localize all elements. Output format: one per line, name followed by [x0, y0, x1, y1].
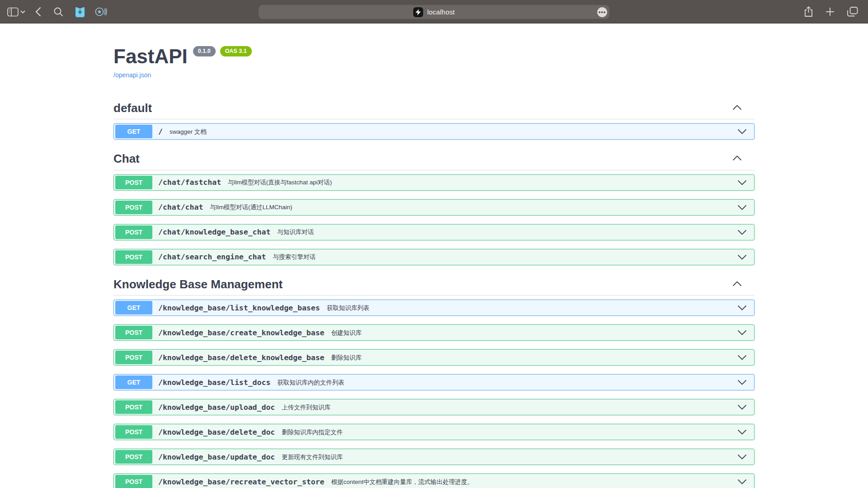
operation-description: 与llm模型对话(直接与fastchat api对话): [228, 178, 332, 187]
ellipsis-more-icon[interactable]: •••: [597, 7, 607, 17]
operation-row[interactable]: POST /chat/chat 与llm模型对话(通过LLMChain): [113, 199, 755, 216]
new-tab-plus-icon[interactable]: [826, 7, 835, 16]
operation-description: 与llm模型对话(通过LLMChain): [210, 203, 292, 211]
operation-path: /knowledge_base/list_knowledge_bases: [158, 304, 320, 312]
chevron-down-icon[interactable]: [737, 205, 747, 210]
operation-row[interactable]: POST /knowledge_base/update_doc 更新现有文件到知…: [113, 449, 755, 465]
operation-row[interactable]: POST /knowledge_base/create_knowledge_ba…: [113, 324, 755, 341]
swagger-ui-page: FastAPI 0.1.0 OAS 3.1 /openapi.json defa…: [0, 23, 868, 488]
operation-path: /knowledge_base/recreate_vector_store: [158, 478, 325, 486]
operation-path: /: [158, 127, 163, 136]
operation-description: 与知识库对话: [277, 228, 314, 236]
chevron-down-icon[interactable]: [20, 10, 25, 14]
api-info: FastAPI 0.1.0 OAS 3.1 /openapi.json: [113, 23, 755, 79]
section-title: default: [113, 101, 152, 116]
chevron-up-icon[interactable]: [732, 280, 742, 288]
operation-row[interactable]: GET /knowledge_base/list_docs 获取知识库内的文件列…: [113, 374, 755, 390]
operation-path: /knowledge_base/list_docs: [158, 378, 270, 387]
method-badge: POST: [115, 475, 152, 488]
operation-path: /chat/fastchat: [158, 178, 221, 187]
operation-path: /chat/knowledge_base_chat: [158, 228, 270, 236]
operation-row[interactable]: POST /knowledge_base/delete_doc 删除知识库内指定…: [113, 424, 755, 440]
chevron-down-icon[interactable]: [737, 404, 747, 410]
section-header-knowledge-base-management[interactable]: Knowledge Base Management: [113, 277, 755, 296]
chevron-down-icon[interactable]: [737, 429, 747, 435]
operation-row[interactable]: POST /knowledge_base/recreate_vector_sto…: [113, 474, 755, 488]
chevron-down-icon[interactable]: [737, 380, 747, 385]
chevron-down-icon[interactable]: [737, 330, 747, 335]
operation-description: 与搜索引擎对话: [273, 253, 316, 261]
section-title: Chat: [113, 151, 140, 166]
section-chat: Chat POST /chat/fastchat 与llm模型对话(直接与fas…: [113, 151, 755, 265]
version-badge: 0.1.0: [193, 46, 216, 56]
chevron-down-icon[interactable]: [737, 355, 747, 360]
sidebar-toggle-icon[interactable]: [7, 7, 19, 17]
operation-description: 创建知识库: [331, 329, 362, 337]
fastapi-favicon-bolt-icon: [413, 7, 423, 17]
operation-path: /knowledge_base/update_doc: [158, 453, 275, 461]
operation-path: /knowledge_base/delete_doc: [158, 428, 275, 436]
operation-description: 根据content中文档重建向量库，流式输出处理进度。: [331, 478, 473, 486]
star-broadcast-extension-icon[interactable]: [95, 7, 107, 17]
browser-toolbar: localhost •••: [0, 0, 868, 23]
method-badge: POST: [115, 250, 152, 264]
method-badge: GET: [115, 301, 152, 314]
operation-path: /chat/search_engine_chat: [158, 253, 266, 261]
method-badge: POST: [115, 201, 152, 214]
bookmark-download-extension-icon[interactable]: [75, 6, 85, 18]
operation-description: 获取知识库列表: [327, 304, 370, 312]
chevron-up-icon[interactable]: [732, 155, 742, 163]
operation-description: 删除知识库: [331, 354, 362, 362]
section-header-default[interactable]: default: [113, 101, 755, 120]
operation-description: 删除知识库内指定文件: [282, 428, 343, 436]
operation-row[interactable]: POST /knowledge_base/delete_knowledge_ba…: [113, 349, 755, 366]
section-default: default GET / swagger 文档: [113, 101, 755, 140]
section-title: Knowledge Base Management: [113, 277, 283, 292]
chevron-down-icon[interactable]: [737, 129, 747, 134]
chevron-up-icon[interactable]: [732, 104, 742, 112]
chevron-down-icon[interactable]: [737, 230, 747, 235]
section-knowledge-base-management: Knowledge Base Management GET /knowledge…: [113, 277, 755, 488]
share-icon[interactable]: [804, 6, 813, 17]
method-badge: POST: [115, 225, 152, 239]
operation-path: /knowledge_base/delete_knowledge_base: [158, 353, 325, 362]
method-badge: GET: [115, 125, 152, 138]
method-badge: POST: [115, 326, 152, 339]
operation-row[interactable]: POST /knowledge_base/upload_doc 上传文件到知识库: [113, 399, 755, 415]
chevron-down-icon[interactable]: [737, 479, 747, 484]
method-badge: POST: [115, 176, 152, 189]
method-badge: POST: [115, 351, 152, 364]
operation-description: 上传文件到知识库: [282, 404, 330, 412]
section-header-chat[interactable]: Chat: [113, 151, 755, 170]
address-bar[interactable]: localhost •••: [259, 5, 609, 19]
method-badge: GET: [115, 375, 152, 389]
operation-row[interactable]: POST /chat/search_engine_chat 与搜索引擎对话: [113, 249, 755, 265]
operation-description: swagger 文档: [170, 128, 207, 136]
operation-path: /knowledge_base/upload_doc: [158, 403, 275, 412]
operation-description: 更新现有文件到知识库: [282, 453, 343, 461]
back-icon[interactable]: [35, 7, 41, 17]
operation-path: /chat/chat: [158, 203, 203, 211]
operation-row[interactable]: GET / swagger 文档: [113, 123, 755, 140]
method-badge: POST: [115, 400, 152, 414]
operation-row[interactable]: POST /chat/fastchat 与llm模型对话(直接与fastchat…: [113, 174, 755, 191]
tab-overview-icon[interactable]: [847, 7, 858, 17]
page-title: FastAPI: [113, 45, 188, 68]
operation-row[interactable]: GET /knowledge_base/list_knowledge_bases…: [113, 300, 755, 316]
chevron-down-icon[interactable]: [737, 305, 747, 310]
chevron-down-icon[interactable]: [737, 454, 747, 460]
operation-description: 获取知识库内的文件列表: [277, 379, 344, 387]
search-icon[interactable]: [54, 7, 63, 17]
method-badge: POST: [115, 450, 152, 464]
openapi-spec-link[interactable]: /openapi.json: [113, 71, 151, 79]
chevron-down-icon[interactable]: [737, 180, 747, 185]
operation-path: /knowledge_base/create_knowledge_base: [158, 328, 325, 337]
operation-row[interactable]: POST /chat/knowledge_base_chat 与知识库对话: [113, 224, 755, 240]
method-badge: POST: [115, 425, 152, 439]
url-text: localhost: [427, 8, 455, 16]
oas-badge: OAS 3.1: [220, 46, 252, 56]
chevron-down-icon[interactable]: [737, 254, 747, 260]
